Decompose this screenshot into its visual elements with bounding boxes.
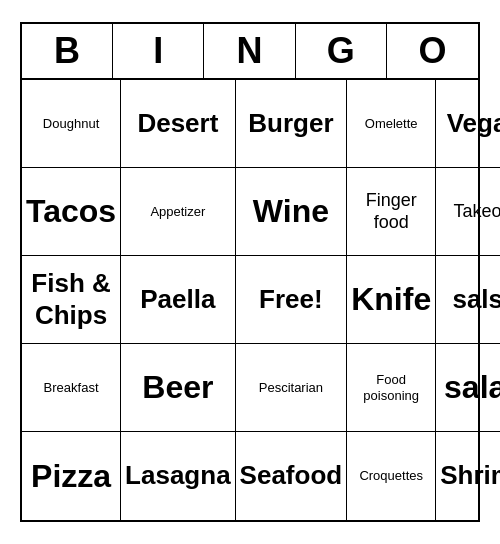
cell-text-10: Fish & Chips bbox=[26, 268, 116, 330]
header-letter-N: N bbox=[204, 24, 295, 78]
cell-text-5: Tacos bbox=[26, 192, 116, 230]
cell-text-19: salad bbox=[444, 368, 500, 406]
cell-text-7: Wine bbox=[253, 192, 329, 230]
cell-text-16: Beer bbox=[142, 368, 213, 406]
bingo-cell-5[interactable]: Tacos bbox=[22, 168, 121, 256]
cell-text-1: Desert bbox=[137, 108, 218, 139]
header-letter-I: I bbox=[113, 24, 204, 78]
bingo-header: BINGO bbox=[22, 24, 478, 80]
bingo-cell-3[interactable]: Omelette bbox=[347, 80, 436, 168]
cell-text-13: Knife bbox=[351, 280, 431, 318]
header-letter-B: B bbox=[22, 24, 113, 78]
bingo-cell-10[interactable]: Fish & Chips bbox=[22, 256, 121, 344]
cell-text-9: Takeout bbox=[453, 201, 500, 223]
bingo-card: BINGO DoughnutDesertBurgerOmeletteVeganT… bbox=[20, 22, 480, 522]
cell-text-18: Food poisoning bbox=[351, 372, 431, 403]
bingo-cell-18[interactable]: Food poisoning bbox=[347, 344, 436, 432]
bingo-cell-6[interactable]: Appetizer bbox=[121, 168, 236, 256]
bingo-cell-14[interactable]: salsa bbox=[436, 256, 500, 344]
cell-text-2: Burger bbox=[248, 108, 333, 139]
cell-text-21: Lasagna bbox=[125, 460, 231, 491]
cell-text-14: salsa bbox=[452, 284, 500, 315]
cell-text-23: Croquettes bbox=[359, 468, 423, 484]
bingo-cell-22[interactable]: Seafood bbox=[236, 432, 348, 520]
bingo-cell-19[interactable]: salad bbox=[436, 344, 500, 432]
bingo-cell-16[interactable]: Beer bbox=[121, 344, 236, 432]
bingo-grid: DoughnutDesertBurgerOmeletteVeganTacosAp… bbox=[22, 80, 478, 520]
bingo-cell-0[interactable]: Doughnut bbox=[22, 80, 121, 168]
bingo-cell-17[interactable]: Pescitarian bbox=[236, 344, 348, 432]
bingo-cell-13[interactable]: Knife bbox=[347, 256, 436, 344]
cell-text-8: Finger food bbox=[351, 190, 431, 233]
bingo-cell-9[interactable]: Takeout bbox=[436, 168, 500, 256]
cell-text-17: Pescitarian bbox=[259, 380, 323, 396]
bingo-cell-20[interactable]: Pizza bbox=[22, 432, 121, 520]
cell-text-6: Appetizer bbox=[150, 204, 205, 220]
bingo-cell-2[interactable]: Burger bbox=[236, 80, 348, 168]
cell-text-24: Shrimp bbox=[440, 460, 500, 491]
bingo-cell-4[interactable]: Vegan bbox=[436, 80, 500, 168]
bingo-cell-15[interactable]: Breakfast bbox=[22, 344, 121, 432]
cell-text-12: Free! bbox=[259, 284, 323, 315]
bingo-cell-8[interactable]: Finger food bbox=[347, 168, 436, 256]
header-letter-G: G bbox=[296, 24, 387, 78]
bingo-cell-1[interactable]: Desert bbox=[121, 80, 236, 168]
cell-text-15: Breakfast bbox=[44, 380, 99, 396]
bingo-cell-21[interactable]: Lasagna bbox=[121, 432, 236, 520]
bingo-cell-12[interactable]: Free! bbox=[236, 256, 348, 344]
cell-text-20: Pizza bbox=[31, 457, 111, 495]
bingo-cell-7[interactable]: Wine bbox=[236, 168, 348, 256]
cell-text-22: Seafood bbox=[240, 460, 343, 491]
bingo-cell-11[interactable]: Paella bbox=[121, 256, 236, 344]
cell-text-11: Paella bbox=[140, 284, 215, 315]
cell-text-3: Omelette bbox=[365, 116, 418, 132]
bingo-cell-24[interactable]: Shrimp bbox=[436, 432, 500, 520]
cell-text-0: Doughnut bbox=[43, 116, 99, 132]
header-letter-O: O bbox=[387, 24, 478, 78]
bingo-cell-23[interactable]: Croquettes bbox=[347, 432, 436, 520]
cell-text-4: Vegan bbox=[447, 108, 500, 139]
